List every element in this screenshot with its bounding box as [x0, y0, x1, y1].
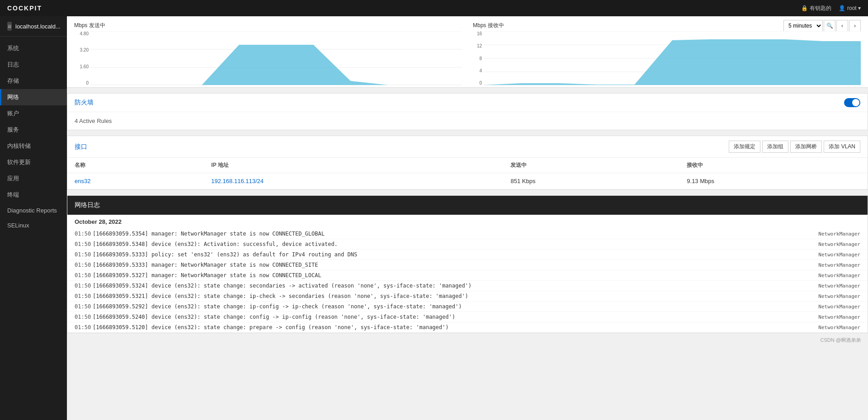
sidebar-item-apps[interactable]: 应用 — [0, 170, 67, 187]
sidebar-item-network[interactable]: 网络 — [0, 89, 67, 105]
sidebar-item-system[interactable]: 系统 — [0, 40, 67, 57]
netlog-time: 01:50 — [75, 262, 93, 268]
netlog-row: 01:50 [1666893059.5292] device (ens32): … — [67, 302, 868, 312]
netlog-src: NetworkManager — [818, 262, 860, 268]
netlog-msg: [1666893059.5327] manager: NetworkManage… — [93, 272, 818, 278]
netlog-time: 01:50 — [75, 293, 93, 299]
netlog-src: NetworkManager — [818, 241, 860, 247]
netlog-time: 01:50 — [75, 272, 93, 278]
host-label: localhost.locald... — [15, 23, 61, 30]
netlog-src: NetworkManager — [818, 325, 860, 330]
netlog-msg: [1666893059.5333] policy: set 'ens32' (e… — [93, 251, 818, 258]
netlog-time: 01:50 — [75, 231, 93, 237]
send-chart-svg: 02:15 02:16 02:17 02:18 02:19 — [90, 31, 462, 85]
netlog-msg: [1666893059.5120] device (ens32): state … — [93, 324, 818, 330]
iface-ip: 192.168.116.113/24 — [204, 173, 503, 189]
netlog-msg: [1666893059.5354] manager: NetworkManage… — [93, 231, 818, 237]
netlog-row: 01:50 [1666893059.5240] device (ens32): … — [67, 312, 868, 322]
sidebar-item-accounts[interactable]: 账户 — [0, 105, 67, 122]
netlog-msg: [1666893059.5292] device (ens32): state … — [93, 303, 818, 310]
netlog-src: NetworkManager — [818, 293, 860, 299]
iface-name-link[interactable]: ens32 — [75, 178, 90, 184]
sidebar-item-kernel-dump[interactable]: 内核转储 — [0, 138, 67, 154]
col-recv: 接收中 — [679, 158, 868, 173]
interface-table: 名称 IP 地址 发送中 接收中 ens32 192.168.116.113/2… — [67, 158, 868, 189]
netlog-msg: [1666893059.5240] device (ens32): state … — [93, 314, 818, 320]
interface-toolbar: 添加规定 添加组 添加网桥 添加 VLAN — [729, 141, 860, 153]
netlog-time: 01:50 — [75, 283, 93, 289]
firewall-header: 防火墙 — [67, 94, 868, 112]
iface-ip-link[interactable]: 192.168.116.113/24 — [211, 178, 264, 184]
sidebar-item-selinux[interactable]: SELinux — [0, 218, 67, 233]
recv-chart-title: Mbps 接收中 — [473, 22, 861, 29]
netlog-src: NetworkManager — [818, 252, 860, 258]
iface-name: ens32 — [67, 173, 204, 189]
sidebar-item-logs[interactable]: 日志 — [0, 57, 67, 73]
netlog-row: 01:50 [1666893059.5333] policy: set 'ens… — [67, 250, 868, 260]
send-chart-title: Mbps 发送中 — [74, 22, 462, 29]
netlog-row: 01:50 [1666893059.5333] manager: Network… — [67, 260, 868, 270]
sidebar-item-diagnostic-reports[interactable]: Diagnostic Reports — [0, 203, 67, 218]
firewall-section: 防火墙 4 Active Rules — [67, 93, 868, 130]
netlog-msg: [1666893059.5348] device (ens32): Activa… — [93, 241, 818, 247]
interface-title: 接口 — [75, 143, 87, 151]
netlog-title: 网络日志 — [75, 201, 100, 208]
netlog-row: 01:50 [1666893059.5324] device (ens32): … — [67, 281, 868, 291]
recv-chart-svg: 02:15 02:16 02:17 02:18 02:19 — [484, 31, 861, 85]
user-icon: 👤 — [839, 5, 845, 11]
netlog-row: 01:50 [1666893059.5348] device (ens32): … — [67, 239, 868, 250]
netlog-row: 01:50 [1666893059.5120] device (ens32): … — [67, 322, 868, 333]
brand-label: COCKPIT — [7, 5, 42, 12]
send-chart: Mbps 发送中 4.80 3.20 1.60 0 — [74, 22, 462, 85]
col-name: 名称 — [67, 158, 204, 173]
topbar: COCKPIT 🔒 有钥匙的 👤 root ▾ — [0, 0, 868, 16]
sidebar-host[interactable]: 🖥 localhost.locald... — [0, 16, 67, 37]
add-group-button[interactable]: 添加组 — [762, 141, 788, 153]
charts-area: 5 minutes 1 hour 6 hours 🔍 ‹ › Mbps 发送中 … — [67, 16, 868, 88]
layout: 🖥 localhost.locald... 系统 日志 存储 网络 账户 服务 — [0, 16, 868, 420]
netlog-time: 01:50 — [75, 314, 93, 320]
user-menu[interactable]: 👤 root ▾ — [839, 5, 861, 11]
sidebar-item-services[interactable]: 服务 — [0, 122, 67, 138]
firewall-title[interactable]: 防火墙 — [75, 99, 94, 107]
netlog-msg: [1666893059.5321] device (ens32): state … — [93, 293, 818, 299]
netlog-row: 01:50 [1666893059.5354] manager: Network… — [67, 229, 868, 239]
interface-header: 接口 添加规定 添加组 添加网桥 添加 VLAN — [67, 136, 868, 158]
recv-chart: Mbps 接收中 16 12 8 4 0 — [473, 22, 861, 85]
sidebar-nav: 系统 日志 存储 网络 账户 服务 内核转储 软件更新 — [0, 37, 67, 420]
col-send: 发送中 — [503, 158, 679, 173]
netlog-time: 01:50 — [75, 251, 93, 258]
netlog-src: NetworkManager — [818, 283, 860, 289]
add-vlan-button[interactable]: 添加 VLAN — [824, 141, 860, 153]
col-ip: IP 地址 — [204, 158, 503, 173]
table-row: ens32 192.168.116.113/24 851 Kbps 9.13 M… — [67, 173, 868, 189]
active-rules-label: 4 Active Rules — [75, 118, 112, 124]
lock-label: 🔒 有钥匙的 — [801, 5, 831, 12]
netlog-msg: [1666893059.5324] device (ens32): state … — [93, 283, 818, 289]
interface-section: 接口 添加规定 添加组 添加网桥 添加 VLAN 名称 IP 地址 发送中 接收… — [67, 136, 868, 190]
iface-send: 851 Kbps — [503, 173, 679, 189]
netlog-entries: 01:50 [1666893059.5354] manager: Network… — [67, 229, 868, 333]
main-content: 5 minutes 1 hour 6 hours 🔍 ‹ › Mbps 发送中 … — [67, 16, 868, 420]
firewall-toggle[interactable] — [844, 98, 860, 107]
charts-inner: Mbps 发送中 4.80 3.20 1.60 0 — [74, 22, 861, 85]
firewall-body: 4 Active Rules — [67, 112, 868, 130]
netlog-row: 01:50 [1666893059.5321] device (ens32): … — [67, 291, 868, 302]
netlog-msg: [1666893059.5333] manager: NetworkManage… — [93, 262, 818, 268]
add-bridge-button[interactable]: 添加网桥 — [790, 141, 822, 153]
host-icon: 🖥 — [7, 22, 12, 31]
netlog-date: October 28, 2022 — [67, 215, 868, 229]
topbar-right: 🔒 有钥匙的 👤 root ▾ — [801, 5, 861, 12]
sidebar-item-updates[interactable]: 软件更新 — [0, 154, 67, 170]
netlog-time: 01:50 — [75, 241, 93, 247]
netlog-time: 01:50 — [75, 324, 93, 330]
netlog-src: NetworkManager — [818, 231, 860, 237]
sidebar-item-storage[interactable]: 存储 — [0, 73, 67, 89]
netlog-src: NetworkManager — [818, 273, 860, 278]
sidebar-item-terminal[interactable]: 终端 — [0, 187, 67, 203]
add-rule-button[interactable]: 添加规定 — [729, 141, 760, 153]
netlog-row: 01:50 [1666893059.5327] manager: Network… — [67, 270, 868, 281]
netlog-src: NetworkManager — [818, 314, 860, 320]
netlog-header: 网络日志 — [67, 196, 868, 215]
netlog-time: 01:50 — [75, 303, 93, 310]
